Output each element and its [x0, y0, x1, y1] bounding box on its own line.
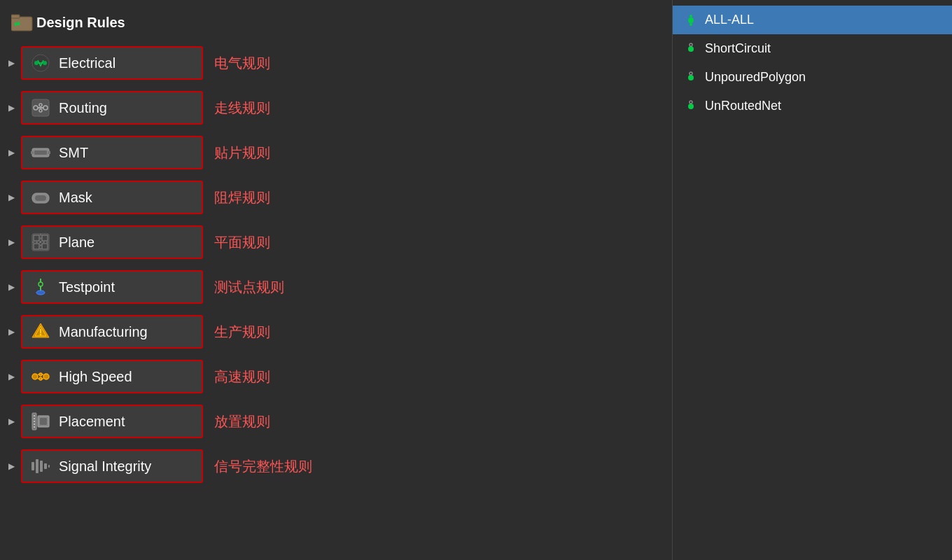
item-box-routing: Routing: [21, 91, 203, 125]
signalintegrity-icon: [29, 455, 52, 477]
svg-point-4: [34, 61, 38, 65]
unpouredpolygon-icon: [684, 71, 698, 85]
manufacturing-label: Manufacturing: [59, 324, 148, 340]
plane-label: Plane: [59, 234, 94, 251]
testpoint-label: Testpoint: [59, 279, 115, 295]
svg-point-58: [688, 75, 694, 80]
item-box-highspeed: High Speed: [21, 360, 203, 393]
svg-point-12: [39, 109, 42, 112]
unpouredpolygon-label: UnpouredPolygon: [705, 70, 806, 85]
highspeed-label: High Speed: [59, 369, 132, 385]
svg-point-11: [39, 104, 42, 106]
expand-arrow: ▶: [6, 57, 17, 69]
tree-item-signalintegrity[interactable]: ▶ Signal Integrity 信号完整性规则: [0, 444, 672, 489]
svg-rect-50: [40, 461, 43, 472]
item-box-electrical: Electrical: [21, 46, 203, 80]
svg-point-33: [40, 334, 42, 336]
svg-point-38: [39, 373, 42, 376]
routing-label: Routing: [59, 100, 107, 116]
expand-arrow-placement: ▶: [6, 416, 17, 427]
tree-item-plane[interactable]: ▶ Plane 平面规则: [0, 220, 672, 265]
svg-rect-49: [36, 459, 38, 473]
mask-icon: [29, 186, 52, 209]
right-item-allall[interactable]: ALL-ALL: [673, 6, 952, 34]
svg-rect-15: [31, 151, 34, 154]
tree-item-electrical[interactable]: ▶ Electrical 电气规则: [0, 41, 672, 85]
panel-header: ⇄ Design Rules: [0, 7, 672, 38]
svg-point-60: [688, 104, 694, 109]
svg-point-29: [36, 290, 45, 295]
tree-item-testpoint[interactable]: ▶ Testpoint 测试点规则: [0, 265, 672, 309]
svg-text:⇄: ⇄: [14, 20, 20, 28]
testpoint-icon: [29, 276, 52, 298]
smt-icon: [29, 141, 52, 164]
svg-point-9: [43, 106, 48, 110]
expand-arrow-smt: ▶: [6, 147, 17, 158]
smt-label: SMT: [59, 145, 88, 161]
svg-rect-42: [34, 418, 35, 419]
electrical-icon: [29, 52, 52, 74]
svg-rect-18: [35, 195, 46, 201]
svg-rect-14: [34, 150, 47, 155]
tree-item-highspeed[interactable]: ▶ High Speed 高速规则: [0, 354, 672, 399]
svg-point-39: [39, 377, 42, 380]
tree-item-mask[interactable]: ▶ Mask 阻焊规则: [0, 175, 672, 220]
item-box-plane: Plane: [21, 225, 203, 259]
routing-icon: [29, 97, 52, 119]
electrical-label: Electrical: [59, 55, 115, 71]
signalintegrity-desc: 信号完整性规则: [214, 457, 312, 476]
item-box-placement: Placement: [21, 405, 203, 438]
svg-point-53: [688, 18, 694, 23]
right-item-unpouredpolygon[interactable]: UnpouredPolygon: [673, 63, 952, 92]
svg-point-54: [690, 15, 692, 18]
placement-desc: 放置规则: [214, 412, 270, 431]
expand-arrow-plane: ▶: [6, 237, 17, 248]
expand-arrow-highspeed: ▶: [6, 371, 17, 382]
right-panel: ALL-ALL ShortCircuit UnpouredPolygon: [672, 0, 952, 560]
allall-icon: [684, 13, 698, 27]
right-item-shortcircuit[interactable]: ShortCircuit: [673, 34, 952, 63]
routing-desc: 走线规则: [214, 99, 270, 118]
highspeed-icon: [29, 365, 52, 388]
panel-title: Design Rules: [36, 15, 125, 31]
svg-point-35: [43, 374, 49, 379]
svg-rect-45: [34, 426, 35, 428]
svg-point-55: [690, 23, 692, 26]
tree-item-smt[interactable]: ▶ SMT 贴片规则: [0, 130, 672, 175]
plane-desc: 平面规则: [214, 233, 270, 252]
svg-point-61: [690, 101, 692, 104]
svg-rect-1: [11, 15, 20, 18]
tree-item-placement[interactable]: ▶ Placement 放置规则: [0, 399, 672, 444]
expand-arrow-testpoint: ▶: [6, 281, 17, 293]
svg-point-59: [690, 72, 692, 75]
svg-rect-43: [34, 421, 35, 422]
mask-desc: 阻焊规则: [214, 188, 270, 207]
tree-item-manufacturing[interactable]: ▶ Manufacturing 生产规则: [0, 309, 672, 354]
folder-icon: ⇄: [11, 13, 31, 32]
svg-rect-41: [34, 415, 35, 416]
shortcircuit-label: ShortCircuit: [705, 41, 771, 56]
tree-item-routing[interactable]: ▶ Routing 走线规则: [0, 85, 672, 130]
allall-label: ALL-ALL: [705, 13, 754, 27]
item-box-smt: SMT: [21, 136, 203, 169]
item-box-manufacturing: Manufacturing: [21, 315, 203, 349]
item-box-mask: Mask: [21, 181, 203, 214]
expand-arrow-mask: ▶: [6, 192, 17, 203]
svg-rect-51: [44, 463, 47, 469]
right-item-unroutednet[interactable]: UnRoutedNet: [673, 92, 952, 120]
manufacturing-desc: 生产规则: [214, 323, 270, 342]
plane-icon: [29, 231, 52, 253]
svg-point-8: [34, 106, 38, 110]
placement-icon: [29, 410, 52, 433]
placement-label: Placement: [59, 414, 125, 430]
shortcircuit-icon: [684, 42, 698, 56]
svg-rect-47: [40, 418, 47, 425]
expand-arrow-manufacturing: ▶: [6, 326, 17, 337]
expand-arrow-signalintegrity: ▶: [6, 461, 17, 472]
testpoint-desc: 测试点规则: [214, 278, 284, 297]
svg-point-34: [32, 374, 38, 379]
svg-point-5: [43, 61, 47, 65]
signalintegrity-label: Signal Integrity: [59, 458, 151, 475]
unroutednet-label: UnRoutedNet: [705, 99, 781, 113]
svg-rect-52: [48, 465, 50, 468]
